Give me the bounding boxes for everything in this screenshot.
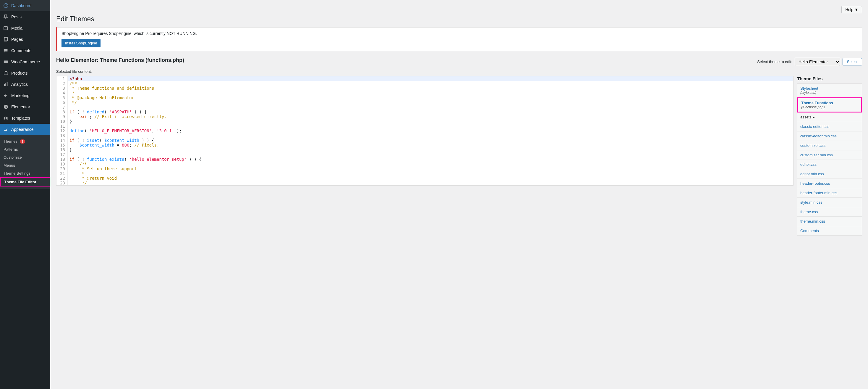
dashboard-icon [3,3,9,8]
svg-rect-6 [4,72,8,75]
file-item[interactable]: Stylesheet (style.css) [797,84,862,98]
products-icon [3,70,9,76]
submenu-menus[interactable]: Menus [0,161,50,169]
svg-rect-11 [5,106,5,108]
sidebar-item-templates[interactable]: Templates [0,112,50,124]
sidebar-item-comments[interactable]: Comments [0,45,50,56]
elementor-icon [3,104,9,110]
sidebar-item-label: Pages [11,37,23,42]
sidebar-item-elementor[interactable]: Elementor [0,101,50,112]
submenu-theme-file-editor[interactable]: Theme File Editor [0,177,50,187]
sidebar-item-pages[interactable]: Pages [0,34,50,45]
comment-icon [3,48,9,54]
chevron-right-icon: ▸ [813,115,815,119]
file-item-folder[interactable]: assets ▸ [797,112,862,122]
sidebar-item-label: Posts [11,15,22,19]
file-item[interactable]: theme.min.css [797,217,862,226]
sidebar-item-label: WooCommerce [11,59,40,64]
pin-icon [3,14,9,20]
submenu-customize[interactable]: Customize [0,154,50,161]
file-heading: Hello Elementor: Theme Functions (functi… [56,57,184,63]
top-actions: Help ▼ [56,6,862,13]
submenu-patterns[interactable]: Patterns [0,145,50,154]
file-item[interactable]: classic-editor.css [797,122,862,132]
megaphone-icon [3,93,9,99]
theme-select-controls: Select theme to edit: Hello Elementor Se… [757,58,862,66]
admin-sidebar: Dashboard Posts Media Pages Comments Woo… [0,0,50,389]
main-content: Help ▼ Edit Themes ShopEngine Pro requir… [50,0,868,389]
theme-files-list: Stylesheet (style.css) Theme Functions (… [797,83,862,236]
media-icon [3,25,9,31]
svg-rect-9 [7,82,8,86]
woocommerce-icon [3,59,9,65]
file-item[interactable]: header-footer.min.css [797,188,862,198]
submenu-themes[interactable]: Themes 3 [0,137,50,145]
svg-rect-14 [6,108,7,108]
sidebar-item-posts[interactable]: Posts [0,11,50,23]
sidebar-item-appearance[interactable]: Appearance [0,124,50,135]
selected-file-caption: Selected file content: [56,69,862,74]
sidebar-item-media[interactable]: Media [0,23,50,34]
svg-rect-1 [4,27,8,30]
sidebar-item-label: Dashboard [11,3,32,8]
page-title: Edit Themes [56,15,862,23]
svg-rect-13 [6,107,7,107]
chevron-down-icon: ▼ [855,7,858,12]
theme-select[interactable]: Hello Elementor [795,58,840,66]
sidebar-item-label: Analytics [11,82,28,87]
page-icon [3,36,9,42]
select-theme-label: Select theme to edit: [757,59,792,64]
sidebar-item-label: Media [11,26,23,30]
sidebar-item-dashboard[interactable]: Dashboard [0,0,50,11]
sidebar-item-marketing[interactable]: Marketing [0,90,50,101]
file-item[interactable]: customizer.css [797,141,862,150]
svg-rect-5 [4,61,8,63]
sidebar-item-label: Products [11,71,28,76]
svg-point-2 [5,28,6,28]
file-item[interactable]: editor.css [797,160,862,169]
submenu-theme-settings[interactable]: Theme Settings [0,169,50,177]
sidebar-item-analytics[interactable]: Analytics [0,79,50,90]
file-item[interactable]: customizer.min.css [797,150,862,160]
sidebar-item-label: Marketing [11,93,29,98]
themes-badge: 3 [20,139,25,144]
sidebar-item-label: Appearance [11,127,34,132]
help-button[interactable]: Help ▼ [841,6,862,13]
sidebar-item-woocommerce[interactable]: WooCommerce [0,56,50,67]
sidebar-item-products[interactable]: Products [0,67,50,79]
file-item[interactable]: header-footer.css [797,179,862,188]
sidebar-item-label: Elementor [11,105,30,109]
install-shopengine-button[interactable]: Install ShopEngine [61,39,100,47]
theme-files-title: Theme Files [797,76,862,81]
analytics-icon [3,81,9,87]
file-item[interactable]: theme.css [797,207,862,217]
templates-icon [3,115,9,121]
appearance-submenu: Themes 3 Patterns Customize Menus Theme … [0,135,50,189]
sidebar-item-label: Comments [11,48,31,53]
appearance-icon [3,127,9,132]
svg-rect-7 [4,84,5,86]
select-theme-button[interactable]: Select [843,58,862,65]
svg-rect-8 [5,83,6,86]
code-editor[interactable]: 1<?php 2/** 3 * Theme functions and defi… [56,76,794,186]
submenu-label: Themes [4,139,18,144]
file-item[interactable]: classic-editor.min.css [797,132,862,141]
theme-select-row: Hello Elementor: Theme Functions (functi… [56,57,862,66]
notice-text: ShopEngine Pro requires ShopEngine, whic… [61,31,858,36]
file-item[interactable]: Comments [797,226,862,235]
file-item[interactable]: style.min.css [797,198,862,207]
file-item-selected[interactable]: Theme Functions (functions.php) [797,98,862,112]
shopengine-notice: ShopEngine Pro requires ShopEngine, whic… [56,27,862,51]
file-item[interactable]: editor.min.css [797,169,862,179]
theme-files-panel: Theme Files Stylesheet (style.css) Theme… [797,76,862,236]
svg-rect-12 [6,106,7,106]
sidebar-item-label: Templates [11,116,30,120]
